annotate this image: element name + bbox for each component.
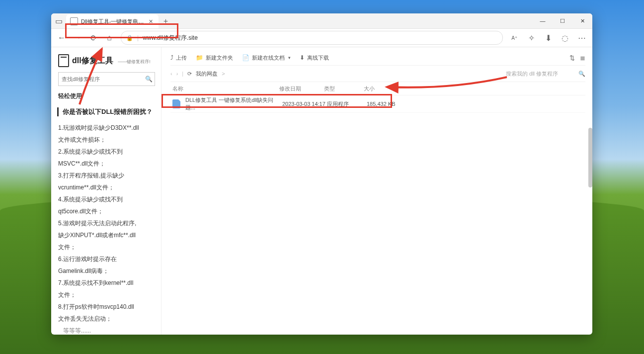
col-date[interactable]: 修改日期: [279, 85, 324, 92]
sidebar-search[interactable]: 🔍: [58, 72, 155, 86]
question-line: 4.系统提示缺少或找不到: [58, 194, 155, 205]
question-line: Gamelink.dll病毒；: [58, 266, 155, 276]
sidebar: dll修复工具 ——键修复程序! 🔍 轻松使用 你是否被以下DLL报错所困扰？ …: [51, 47, 161, 335]
doc-icon: 📄: [242, 54, 249, 61]
brand-subtitle: ——键修复程序!: [118, 59, 151, 64]
question-line: vcruntime**.dll文件；: [58, 182, 155, 193]
question-line: 文件；: [58, 289, 155, 300]
list-view-icon[interactable]: ≣: [580, 54, 585, 62]
question-line: 文件；: [58, 242, 155, 253]
upload-icon: ⤴: [170, 54, 173, 61]
brand-title: dll修复工具: [72, 56, 113, 65]
profile-icon[interactable]: ◌: [558, 30, 572, 45]
file-search-placeholder: 搜索我的 dll 修复程序: [506, 70, 575, 78]
new-folder-button[interactable]: 📁新建文件夹: [196, 54, 233, 62]
question-etc: 等等等......: [58, 325, 155, 335]
folder-plus-icon: 📁: [196, 54, 203, 61]
question-line: 7.系统提示找不到kernel**.dll: [58, 277, 155, 288]
question-line: 2.系统提示缺少或找不到: [58, 146, 155, 157]
desktop-wallpaper: ▭ Dll修复工具-一键修复电脑丢失D... ✕ ＋ ― ☐ ✕ ← → ⟳ ⌂: [0, 0, 644, 354]
offline-download-button[interactable]: ⬇离线下载: [300, 54, 329, 62]
bc-back-icon[interactable]: ‹: [170, 71, 172, 77]
chevron-down-icon: ▾: [288, 55, 291, 60]
read-aloud-icon[interactable]: A⁺: [507, 30, 522, 45]
search-icon[interactable]: 🔍: [143, 76, 155, 83]
browser-window: ▭ Dll修复工具-一键修复电脑丢失D... ✕ ＋ ― ☐ ✕ ← → ⟳ ⌂: [51, 13, 592, 335]
question-line: 1.玩游戏时提示缺少D3DX**.dll: [58, 122, 155, 133]
more-icon[interactable]: ⋯: [574, 30, 589, 45]
toolbar-right: A⁺ ✧ ⬇ ◌ ⋯: [507, 30, 589, 45]
sidebar-search-input[interactable]: [59, 76, 143, 82]
question-body: 1.玩游戏时提示缺少D3DX**.dll文件或文件损坏；2.系统提示缺少或找不到…: [58, 122, 155, 324]
minimize-button[interactable]: ―: [533, 13, 553, 28]
sort-icon[interactable]: ⇅: [569, 54, 575, 62]
maximize-button[interactable]: ☐: [553, 13, 572, 28]
col-name[interactable]: 名称: [170, 85, 279, 92]
column-headers: 名称 修改日期 类型 大小: [170, 82, 585, 95]
question-line: MSVC**.dll文件；: [58, 158, 155, 169]
upload-button[interactable]: ⤴上传: [170, 54, 187, 62]
question-line: 文件或文件损坏；: [58, 134, 155, 145]
question-line: 缺少XINPUT*.dll或者mfc**.dll: [58, 230, 155, 241]
question-line: 3.打开程序报错,提示缺少: [58, 170, 155, 181]
scrollbar-thumb[interactable]: [588, 128, 592, 187]
bc-fwd-icon[interactable]: ›: [176, 71, 178, 77]
annotation-url-highlight: [65, 23, 178, 38]
file-search[interactable]: 搜索我的 dll 修复程序 🔍: [506, 68, 585, 79]
url-text: www.dll修复程序.site: [143, 34, 497, 42]
page-content: dll修复工具 ——键修复程序! 🔍 轻松使用 你是否被以下DLL报错所困扰？ …: [51, 47, 592, 335]
main-panel: ⤴上传 📁新建文件夹 📄新建在线文档▾ ⬇离线下载 ⇅ ≣ ‹ › | ⟳ 我的…: [161, 47, 592, 335]
close-button[interactable]: ✕: [572, 13, 592, 28]
breadcrumb-root[interactable]: 我的网盘: [196, 70, 218, 78]
question-line: 8.打开ps软件时msvcp140.dll: [58, 301, 155, 312]
brand: dll修复工具 ——键修复程序!: [58, 54, 155, 67]
window-controls: ― ☐ ✕: [533, 13, 592, 28]
tab-actions-icon[interactable]: ▭: [51, 13, 66, 28]
brand-icon: [58, 54, 69, 67]
breadcrumb-sep: >: [222, 71, 225, 77]
question-line: 文件丢失无法启动；: [58, 313, 155, 324]
annotation-file-highlight: [161, 94, 392, 108]
question-line: 6.运行游戏时提示存在: [58, 254, 155, 265]
col-size[interactable]: 大小: [364, 85, 403, 92]
file-toolbar: ⤴上传 📁新建文件夹 📄新建在线文档▾ ⬇离线下载 ⇅ ≣: [170, 50, 585, 65]
new-doc-button[interactable]: 📄新建在线文档▾: [242, 54, 291, 62]
question-line: qt5core.dll文件；: [58, 206, 155, 217]
col-type[interactable]: 类型: [324, 85, 364, 92]
question-line: 5.游戏时提示无法启动此程序,: [58, 218, 155, 229]
download-icon: ⬇: [300, 54, 305, 61]
question-title: 你是否被以下DLL报错所困扰？: [57, 107, 155, 116]
favorites-icon[interactable]: ✧: [524, 30, 539, 45]
sidebar-section-title: 轻松使用: [58, 92, 155, 100]
search-icon[interactable]: 🔍: [578, 71, 585, 77]
breadcrumb-row: ‹ › | ⟳ 我的网盘 > 搜索我的 dll 修复程序 🔍: [170, 65, 585, 82]
downloads-icon[interactable]: ⬇: [541, 30, 556, 45]
bc-refresh-icon[interactable]: ⟳: [187, 71, 192, 77]
